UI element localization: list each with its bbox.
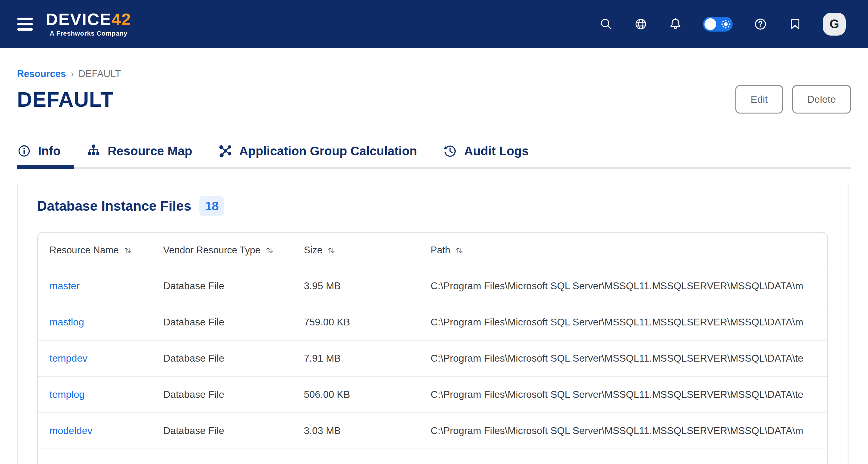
tab-info[interactable]: Info bbox=[17, 144, 74, 167]
table-body: master Database File 3.95 MB C:\Program … bbox=[38, 268, 827, 464]
top-navbar: DEVICE42 A Freshworks Company bbox=[0, 0, 868, 48]
size-cell: 3.03 MB bbox=[304, 413, 431, 449]
application-group-icon bbox=[218, 144, 232, 158]
vendor-resource-type-cell: Database File bbox=[163, 376, 304, 413]
sort-icon bbox=[327, 245, 336, 255]
resource-name-cell: master bbox=[38, 268, 163, 304]
tab-bar: Info Resource Map Application Group Calc… bbox=[17, 144, 851, 169]
resource-name-link[interactable]: mastlog bbox=[50, 316, 84, 327]
path-cell: C:\Program Files\Microsoft SQL Server\MS… bbox=[431, 340, 827, 376]
resource-map-icon bbox=[87, 144, 101, 158]
brand-subtitle: A Freshworks Company bbox=[50, 30, 128, 37]
path-cell: C:\Program Files\Microsoft SQL Server\MS… bbox=[431, 268, 827, 304]
sun-icon bbox=[721, 19, 731, 29]
globe-icon[interactable] bbox=[634, 17, 648, 31]
resource-name-cell: templog bbox=[38, 376, 163, 413]
content-panel: Database Instance Files 18 Resource Name… bbox=[17, 184, 848, 464]
breadcrumb-link-resources[interactable]: Resources bbox=[17, 68, 66, 80]
page-title: DEFAULT bbox=[17, 87, 114, 111]
section-title: Database Instance Files bbox=[37, 198, 191, 214]
column-header-vendor-resource-type[interactable]: Vendor Resource Type bbox=[163, 233, 304, 268]
vendor-resource-type-cell: Database File bbox=[163, 413, 304, 449]
table-row: templog Database File 506.00 KB C:\Progr… bbox=[38, 376, 827, 413]
files-table: Resource Name Vendor Resource Type Size bbox=[38, 233, 827, 464]
brand-wordmark: DEVICE42 bbox=[46, 11, 131, 28]
page-actions: Edit Delete bbox=[735, 85, 851, 114]
breadcrumb: Resources › DEFAULT bbox=[17, 68, 851, 80]
path-cell: C:\Program Files\Microsoft SQL Server\MS… bbox=[431, 304, 827, 340]
table-header-row: Resource Name Vendor Resource Type Size bbox=[38, 233, 827, 268]
help-icon[interactable]: ? bbox=[753, 17, 768, 32]
brand-logo[interactable]: DEVICE42 A Freshworks Company bbox=[46, 11, 131, 37]
resource-name-cell: modeldev bbox=[38, 413, 163, 449]
resource-name-link[interactable]: tempdev bbox=[50, 353, 88, 364]
edit-button[interactable]: Edit bbox=[735, 85, 783, 114]
table-card: Resource Name Vendor Resource Type Size bbox=[37, 232, 828, 464]
size-cell: 506.00 KB bbox=[304, 376, 431, 413]
resource-name-link[interactable]: master bbox=[50, 280, 80, 291]
table-row: tempdev Database File 7.91 MB C:\Program… bbox=[38, 340, 827, 376]
sort-icon bbox=[455, 245, 464, 255]
navbar-actions: ? G bbox=[599, 13, 846, 35]
table-row: modeldev Database File 3.03 MB C:\Progra… bbox=[38, 413, 827, 449]
column-header-path[interactable]: Path bbox=[431, 233, 827, 268]
toggle-knob bbox=[705, 18, 716, 30]
notifications-icon[interactable] bbox=[668, 17, 683, 31]
title-row: DEFAULT Edit Delete bbox=[17, 85, 851, 114]
page-content: Resources › DEFAULT DEFAULT Edit Delete … bbox=[0, 68, 868, 464]
count-badge: 18 bbox=[199, 196, 224, 216]
audit-logs-icon bbox=[443, 144, 457, 158]
size-cell: 759.00 KB bbox=[304, 304, 431, 340]
search-icon[interactable] bbox=[599, 17, 613, 31]
breadcrumb-separator: › bbox=[71, 68, 74, 80]
vendor-resource-type-cell: Database File bbox=[163, 268, 304, 304]
avatar[interactable]: G bbox=[823, 13, 846, 35]
size-cell: 7.91 MB bbox=[304, 340, 431, 376]
resource-name-link[interactable]: templog bbox=[50, 389, 85, 400]
tab-application-group-calculation[interactable]: Application Group Calculation bbox=[218, 144, 431, 167]
section-header: Database Instance Files 18 bbox=[37, 196, 828, 216]
info-icon bbox=[17, 144, 31, 158]
menu-icon[interactable] bbox=[17, 18, 33, 31]
table-row: mastlog Database File 759.00 KB C:\Progr… bbox=[38, 304, 827, 340]
tab-audit-logs[interactable]: Audit Logs bbox=[443, 144, 542, 167]
vendor-resource-type-cell: Database File bbox=[163, 340, 304, 376]
brand-accent: 42 bbox=[112, 10, 131, 28]
vendor-resource-type-cell: Database File bbox=[163, 304, 304, 340]
sort-icon bbox=[265, 245, 275, 255]
tab-resource-map[interactable]: Resource Map bbox=[87, 144, 206, 167]
path-cell: C:\Program Files\Microsoft SQL Server\MS… bbox=[431, 376, 827, 413]
breadcrumb-current: DEFAULT bbox=[79, 68, 121, 80]
table-row-partial bbox=[38, 449, 827, 464]
column-header-resource-name[interactable]: Resource Name bbox=[38, 233, 163, 268]
svg-text:?: ? bbox=[758, 20, 763, 28]
resource-name-cell: mastlog bbox=[38, 304, 163, 340]
table-row: master Database File 3.95 MB C:\Program … bbox=[38, 268, 827, 304]
delete-button[interactable]: Delete bbox=[792, 85, 851, 114]
resource-name-link[interactable]: modeldev bbox=[50, 425, 92, 436]
sort-icon bbox=[123, 245, 133, 255]
path-cell: C:\Program Files\Microsoft SQL Server\MS… bbox=[431, 413, 827, 449]
bookmark-icon[interactable] bbox=[788, 17, 803, 31]
size-cell: 3.95 MB bbox=[304, 268, 431, 304]
column-header-size[interactable]: Size bbox=[304, 233, 431, 268]
resource-name-cell: tempdev bbox=[38, 340, 163, 376]
theme-toggle[interactable] bbox=[703, 17, 733, 32]
avatar-initial: G bbox=[829, 17, 839, 31]
